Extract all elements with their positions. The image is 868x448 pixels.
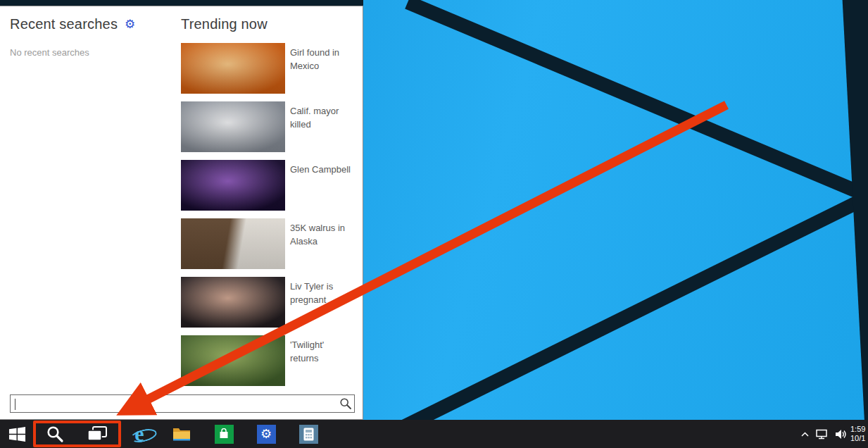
search-box: [10, 394, 355, 413]
internet-explorer-icon: e: [134, 423, 144, 444]
volume-tray-button[interactable]: [831, 420, 850, 448]
trending-thumbnail-walrus: [181, 218, 285, 269]
clock-date: 10/1: [850, 434, 868, 443]
trending-item-label: 35K walrus in Alaska: [290, 218, 355, 269]
trending-item-label: 'Twilight' returns: [290, 335, 355, 386]
task-view-icon: [87, 425, 108, 442]
text-caret: [15, 399, 15, 410]
search-flyout-panel: Recent searches⚙ No recent searches Tren…: [0, 6, 363, 420]
trending-item-label: Liv Tyler is pregnant: [290, 277, 355, 328]
taskbar: e ⚙: [0, 420, 868, 448]
start-button[interactable]: [0, 420, 34, 448]
windows-logo-icon: [8, 425, 26, 443]
calculator-button[interactable]: [287, 420, 329, 448]
calculator-icon: [299, 425, 318, 444]
network-tray-button[interactable]: [812, 420, 831, 448]
wallpaper-beam: [842, 0, 868, 448]
trending-item[interactable]: 35K walrus in Alaska: [181, 218, 356, 269]
clock-time: 1:59: [850, 425, 868, 434]
volume-icon: [835, 429, 847, 440]
wallpaper-beam: [405, 0, 868, 211]
wallpaper-beam: [0, 0, 363, 6]
settings-button[interactable]: ⚙: [245, 420, 287, 448]
trending-item[interactable]: Liv Tyler is pregnant: [181, 277, 356, 328]
search-icon: [46, 425, 64, 443]
trending-item[interactable]: 'Twilight' returns: [181, 335, 356, 386]
internet-explorer-button[interactable]: e: [118, 420, 161, 448]
trending-thumbnail-girl-portrait: [181, 43, 285, 94]
trending-item-label: Girl found in Mexico: [290, 43, 355, 94]
trending-item[interactable]: Girl found in Mexico: [181, 43, 356, 94]
chevron-up-icon: [801, 432, 809, 437]
trending-item-label: Glen Campbell: [290, 160, 355, 211]
network-icon: [816, 429, 829, 440]
store-icon: [215, 425, 234, 444]
recent-searches-section: Recent searches⚙ No recent searches: [10, 16, 172, 58]
trending-item[interactable]: Glen Campbell: [181, 160, 356, 211]
wallpaper-beam: [351, 183, 868, 448]
settings-gear-icon: ⚙: [257, 425, 276, 444]
search-submit-icon[interactable]: [337, 397, 354, 410]
trending-thumbnail-forest: [181, 335, 285, 386]
taskbar-clock[interactable]: 1:59 10/1: [850, 425, 868, 443]
trending-list: Girl found in Mexico Calif. mayor killed…: [181, 43, 356, 386]
file-explorer-icon: [172, 426, 191, 442]
trending-thumbnail-actress-face: [181, 277, 285, 328]
trending-item-label: Calif. mayor killed: [290, 101, 355, 152]
search-input[interactable]: [11, 395, 140, 412]
system-tray: 1:59 10/1: [797, 420, 868, 448]
trending-title: Trending now: [181, 16, 356, 32]
recent-searches-title: Recent searches: [10, 16, 118, 32]
recent-searches-empty-text: No recent searches: [10, 47, 172, 58]
store-button[interactable]: [203, 420, 245, 448]
show-hidden-icons-button[interactable]: [797, 420, 812, 448]
trending-item[interactable]: Calif. mayor killed: [181, 101, 356, 152]
taskbar-search-button[interactable]: [34, 420, 76, 448]
trending-section: Trending now Girl found in Mexico Calif.…: [181, 16, 356, 386]
search-settings-gear-icon[interactable]: ⚙: [125, 17, 135, 31]
file-explorer-button[interactable]: [161, 420, 203, 448]
trending-thumbnail-concert: [181, 160, 285, 211]
task-view-button[interactable]: [76, 420, 118, 448]
trending-thumbnail-police-cars: [181, 101, 285, 152]
